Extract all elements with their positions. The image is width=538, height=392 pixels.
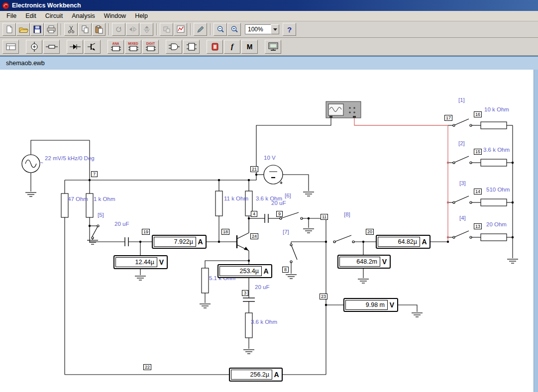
new-file-icon <box>5 25 14 34</box>
zoom-select[interactable]: 100% <box>245 24 279 35</box>
parts-bin-basic[interactable] <box>43 40 60 54</box>
circuit-drawing <box>0 70 534 392</box>
resistor-510ohm-label: 510 Ohm <box>486 187 510 193</box>
parts-bin-transistors[interactable] <box>84 40 101 54</box>
ammeter-emitter-value: 253.4µ <box>219 266 262 276</box>
circuit-canvas[interactable]: 22 mV/5 kHz/0 Deg ~ 47 Ohm 1 k Ohm [5] 2… <box>0 70 538 392</box>
controls-f-icon: f <box>231 43 233 50</box>
save-button[interactable] <box>30 23 44 36</box>
menu-analysis[interactable]: Analysis <box>67 11 100 20</box>
zoom-out-button[interactable] <box>214 23 227 36</box>
switch-4-lever[interactable] <box>453 231 472 238</box>
menu-window[interactable]: Window <box>100 11 130 20</box>
node-3: 3 <box>242 290 248 296</box>
ammeter-output-unit: A <box>420 237 429 247</box>
ammeter-total-unit: A <box>272 370 281 380</box>
node-18: 18 <box>221 229 229 235</box>
document-tab[interactable]: shemaob.ewb <box>6 60 45 67</box>
cut-scissors-icon <box>67 25 76 34</box>
cut-button[interactable] <box>64 23 78 36</box>
switch-8-lever[interactable] <box>333 235 354 243</box>
node-21: 21 <box>250 166 258 172</box>
parts-bin-logic-gates[interactable] <box>166 40 182 54</box>
new-button[interactable] <box>2 23 16 36</box>
parts-bin-analog-ics[interactable]: ANA <box>108 40 124 54</box>
node-22: 22 <box>143 364 151 370</box>
transistor-bjt[interactable] <box>237 218 249 251</box>
help-icon: ? <box>287 25 292 34</box>
capacitor-20uf-input[interactable] <box>125 237 128 246</box>
ammeter-base[interactable]: 7.922µ A <box>152 235 207 249</box>
parts-bin-sources[interactable] <box>26 40 42 54</box>
ammeter-output[interactable]: 64.82µ A <box>376 235 430 249</box>
open-button[interactable] <box>16 23 30 36</box>
node-24: 24 <box>250 233 258 239</box>
canvas-right-strip <box>534 70 538 392</box>
flip-vertical-button[interactable] <box>140 23 153 36</box>
switch-7-label: [7] <box>283 229 289 235</box>
parts-bin-diodes[interactable] <box>67 40 83 54</box>
open-folder-icon <box>18 25 28 34</box>
voltmeter-output-unit: V <box>380 257 389 267</box>
capacitor-20uf-output[interactable] <box>265 214 268 223</box>
resistor-47ohm[interactable] <box>61 194 68 217</box>
flip-horizontal-button[interactable] <box>126 23 139 36</box>
subcircuit-button[interactable] <box>160 23 173 36</box>
print-icon <box>46 25 56 34</box>
parts-bin-favorites[interactable] <box>2 40 19 54</box>
graphs-button[interactable] <box>174 23 187 36</box>
resistor-5_1kohm[interactable] <box>202 268 209 293</box>
parts-bin-mixed-ics[interactable]: MIXED <box>125 40 141 54</box>
resistor-20ohm-bank[interactable] <box>481 234 507 241</box>
properties-button[interactable] <box>194 23 207 36</box>
node-19: 19 <box>142 229 150 235</box>
voltmeter-input[interactable]: 12.44µ V <box>113 255 168 269</box>
menu-edit[interactable]: Edit <box>21 11 41 20</box>
rotate-button[interactable] <box>112 23 125 36</box>
switch-7-lever[interactable] <box>290 244 297 263</box>
resistor-510ohm-bank[interactable] <box>481 199 507 206</box>
help-button[interactable]: ? <box>283 23 296 36</box>
ammeter-total[interactable]: 256.2µ A <box>229 368 283 382</box>
parts-bin-digital[interactable] <box>183 40 200 54</box>
oscilloscope[interactable] <box>326 101 361 118</box>
parts-bin-indicators[interactable] <box>207 40 223 54</box>
parts-bin-controls[interactable]: f <box>224 40 240 54</box>
chip-icon <box>127 45 139 52</box>
ammeter-emitter[interactable]: 253.4µ A <box>217 264 272 278</box>
resistor-10kohm-bank[interactable] <box>481 122 507 129</box>
parts-bin-instruments[interactable] <box>265 40 281 54</box>
voltmeter-input-value: 12.44µ <box>115 257 157 267</box>
node-7: 7 <box>91 171 98 177</box>
indicator-icon <box>209 42 221 52</box>
parts-bin-digital-ics[interactable]: DIGIT <box>142 40 159 54</box>
parts-bin-miscellaneous[interactable]: M <box>241 40 258 54</box>
main-toolbar: 100% ? <box>0 21 538 38</box>
voltmeter-node23[interactable]: 9.98 m V <box>343 298 398 312</box>
zoom-value[interactable]: 100% <box>245 24 271 34</box>
capacitor-20uf-bypass[interactable] <box>243 298 255 301</box>
switch-3-lever[interactable] <box>453 196 472 203</box>
title-bar: Electronics Workbench <box>0 0 538 11</box>
switch-2-lever[interactable] <box>453 156 472 164</box>
resistor-3_6kohm-bank[interactable] <box>481 159 507 166</box>
ac-source[interactable] <box>22 155 40 173</box>
switch-5-lever[interactable] <box>92 225 99 239</box>
menu-circuit[interactable]: Circuit <box>41 11 67 20</box>
switch-1-lever[interactable] <box>453 119 472 126</box>
print-button[interactable] <box>44 23 58 36</box>
copy-button[interactable] <box>78 23 92 36</box>
voltmeter-output[interactable]: 648.2m V <box>337 255 391 269</box>
zoom-in-button[interactable] <box>227 23 241 36</box>
voltmeter-node23-unit: V <box>388 300 396 310</box>
switch-6-lever[interactable] <box>280 212 303 219</box>
menu-file[interactable]: File <box>2 11 21 20</box>
flip-horizontal-icon <box>128 25 137 34</box>
favorites-bin-icon <box>5 42 17 51</box>
resistor-3_6kohm-bottom[interactable] <box>245 313 252 338</box>
resistor-11kohm[interactable] <box>215 191 222 216</box>
menu-help[interactable]: Help <box>130 11 152 20</box>
paste-button[interactable] <box>92 23 106 36</box>
node-20: 20 <box>366 229 374 235</box>
zoom-dropdown-button[interactable] <box>271 24 279 34</box>
